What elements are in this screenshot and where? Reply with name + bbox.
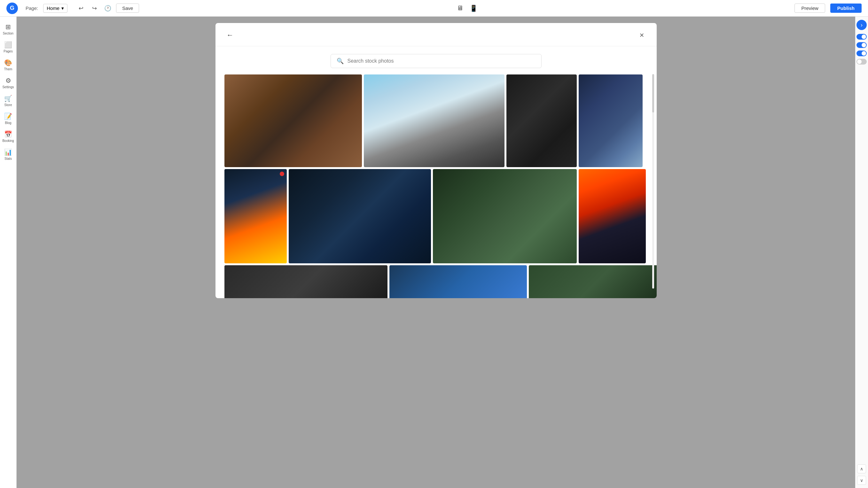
sidebar-item-store-label: Store [4, 103, 12, 107]
toolbar: G Page: Home ▾ ↩ ↪ 🕐 Save 🖥 📱 Preview Pu… [0, 0, 868, 17]
modal-overlay: ← × 🔍 [17, 17, 855, 488]
booking-icon: 📅 [4, 130, 12, 138]
toolbar-actions: ↩ ↪ 🕐 Save [76, 3, 139, 13]
search-container: 🔍 [215, 46, 657, 74]
photo-row-3 [224, 265, 648, 298]
sidebar-item-blog-label: Blog [5, 121, 11, 125]
photo-item[interactable] [433, 169, 577, 263]
search-bar: 🔍 [331, 54, 541, 68]
blog-icon: 📝 [4, 112, 12, 120]
stock-photo-modal: ← × 🔍 [215, 23, 657, 298]
stats-icon: 📊 [4, 148, 12, 156]
section-icon: ⊞ [5, 23, 11, 31]
photo-item[interactable] [289, 169, 431, 263]
sidebar-item-stats-label: Stats [4, 157, 12, 160]
redo-button[interactable]: ↪ [89, 3, 99, 13]
photo-row-2 [224, 169, 648, 263]
sidebar-item-store[interactable]: 🛒 Store [1, 92, 16, 109]
sidebar-item-themes-label: Them [4, 67, 12, 71]
modal-scrollbar[interactable] [652, 74, 654, 289]
scroll-up-button[interactable]: ∧ [857, 464, 866, 473]
page-name: Home [47, 5, 59, 11]
photo-item[interactable] [364, 74, 504, 167]
page-selector[interactable]: Home ▾ [43, 4, 67, 13]
sidebar-item-section-label: Section [3, 32, 13, 35]
store-icon: 🛒 [4, 95, 12, 102]
photo-item[interactable] [579, 74, 643, 167]
search-input[interactable] [347, 58, 535, 64]
photo-item[interactable] [224, 169, 287, 263]
history-button[interactable]: 🕐 [103, 3, 113, 13]
modal-scrollbar-thumb[interactable] [652, 74, 654, 112]
sidebar-item-section[interactable]: ⊞ Section [1, 21, 16, 37]
photo-item[interactable] [224, 74, 362, 167]
save-button[interactable]: Save [116, 3, 139, 13]
sidebar-item-settings-label: Settings [2, 85, 14, 89]
back-icon: ← [227, 31, 234, 39]
photo-item[interactable] [506, 74, 577, 167]
scroll-down-button[interactable]: ∨ [857, 476, 866, 485]
mobile-view-button[interactable]: 📱 [468, 3, 479, 14]
sidebar-item-pages-label: Pages [3, 50, 12, 53]
chevron-down-icon: ▾ [61, 5, 64, 11]
selection-indicator [280, 172, 284, 176]
photo-item[interactable] [390, 265, 527, 298]
preview-button[interactable]: Preview [795, 3, 825, 13]
sidebar-item-settings[interactable]: ⚙ Settings [1, 74, 16, 91]
sidebar-item-booking-label: Booking [2, 139, 14, 142]
modal-header: ← × [215, 23, 657, 46]
sidebar-item-pages[interactable]: ⬜ Pages [1, 38, 16, 55]
nav-arrow-right[interactable]: › [857, 20, 867, 30]
sidebar-item-themes[interactable]: 🎨 Them [1, 56, 16, 73]
search-icon: 🔍 [337, 58, 344, 65]
toggle-1[interactable] [857, 34, 867, 40]
photo-item[interactable] [224, 265, 388, 298]
publish-button[interactable]: Publish [830, 3, 862, 13]
device-buttons: 🖥 📱 [455, 3, 479, 14]
toggle-3[interactable] [857, 51, 867, 56]
toggle-4[interactable] [857, 59, 867, 65]
photo-grid [215, 74, 657, 298]
photo-item[interactable] [529, 265, 657, 298]
modal-back-button[interactable]: ← [224, 29, 236, 41]
undo-button[interactable]: ↩ [76, 3, 86, 13]
right-panel: › ∧ ∨ [855, 17, 868, 488]
modal-close-button[interactable]: × [636, 29, 648, 41]
sidebar-item-stats[interactable]: 📊 Stats [1, 146, 16, 162]
desktop-view-button[interactable]: 🖥 [455, 3, 465, 14]
sidebar-item-booking[interactable]: 📅 Booking [1, 128, 16, 144]
page-label: Page: [26, 5, 38, 11]
photo-row-1 [224, 74, 648, 167]
photo-item[interactable] [579, 169, 646, 263]
settings-icon: ⚙ [5, 77, 11, 85]
sidebar-item-blog[interactable]: 📝 Blog [1, 110, 16, 127]
sidebar: ⊞ Section ⬜ Pages 🎨 Them ⚙ Settings 🛒 St… [0, 17, 17, 488]
toggle-2[interactable] [857, 42, 867, 48]
logo: G [6, 3, 18, 14]
pages-icon: ⬜ [4, 41, 12, 48]
themes-icon: 🎨 [4, 59, 12, 66]
close-icon: × [640, 31, 644, 40]
